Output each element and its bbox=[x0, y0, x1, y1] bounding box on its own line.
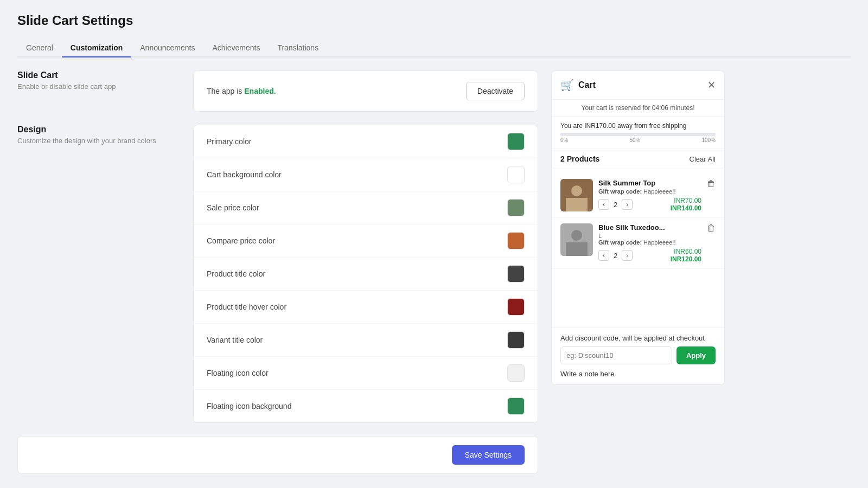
tab-achievements[interactable]: Achievements bbox=[203, 39, 269, 57]
svg-point-1 bbox=[571, 185, 582, 196]
tab-customization[interactable]: Customization bbox=[62, 39, 131, 57]
color-label-product-title-hover: Product title hover color bbox=[207, 303, 286, 311]
tab-announcements[interactable]: Announcements bbox=[131, 39, 203, 57]
item-details-item2: Blue Silk Tuxedoo... L Gift wrap code: H… bbox=[598, 223, 701, 263]
item-delete-item2[interactable]: 🗑 bbox=[707, 223, 716, 233]
color-swatch-compare-price[interactable] bbox=[507, 232, 525, 249]
discount-input[interactable] bbox=[560, 346, 672, 364]
qty-controls-item1: ‹ 2 › bbox=[598, 199, 633, 210]
cart-item-item2: Blue Silk Tuxedoo... L Gift wrap code: H… bbox=[552, 218, 724, 269]
item-total-price-item2: INR120.00 bbox=[671, 255, 701, 263]
slide-cart-section-title: Slide Cart bbox=[17, 70, 180, 80]
products-count: 2 Products bbox=[560, 155, 599, 163]
discount-label: Add discount code, will be applied at ch… bbox=[560, 334, 716, 342]
svg-point-4 bbox=[571, 230, 582, 241]
color-label-cart-background: Cart background color bbox=[207, 170, 282, 179]
item-image-item2 bbox=[560, 223, 593, 256]
cart-footer: Add discount code, will be applied at ch… bbox=[552, 327, 724, 384]
color-swatch-sale-price[interactable] bbox=[507, 199, 525, 216]
shipping-banner: You are INR170.00 away from free shippin… bbox=[552, 117, 724, 149]
cart-icon: 🛒 bbox=[560, 79, 574, 92]
color-swatch-cart-background[interactable] bbox=[507, 166, 525, 183]
apply-button[interactable]: Apply bbox=[676, 346, 716, 364]
qty-increase-item1[interactable]: › bbox=[622, 199, 633, 210]
design-section-title: Design bbox=[17, 125, 180, 134]
cart-title-group: 🛒 Cart bbox=[560, 79, 596, 92]
color-row-floating-icon: Floating icon color bbox=[194, 357, 538, 390]
item-prices-item2: INR60.00 INR120.00 bbox=[671, 248, 701, 263]
svg-rect-2 bbox=[566, 198, 588, 211]
color-row-cart-background: Cart background color bbox=[194, 158, 538, 191]
shipping-text: You are INR170.00 away from free shippin… bbox=[560, 122, 716, 130]
shipping-progress-bar bbox=[560, 133, 716, 136]
slide-cart-section: Slide Cart Enable or disable slide cart … bbox=[17, 70, 538, 112]
cart-products-header: 2 Products Clear All bbox=[552, 149, 724, 169]
color-row-product-title-hover: Product title hover color bbox=[194, 291, 538, 324]
qty-value-item2: 2 bbox=[614, 252, 617, 260]
settings-panel: Slide Cart Enable or disable slide cart … bbox=[17, 70, 538, 474]
clear-all-button[interactable]: Clear All bbox=[690, 155, 716, 163]
color-swatch-primary[interactable] bbox=[507, 133, 525, 150]
design-section-info: Design Customize the design with your br… bbox=[17, 125, 180, 423]
item-gift-item1: Gift wrap code: Happieeee!! bbox=[598, 188, 701, 195]
color-settings-card: Primary color Cart background color Sale… bbox=[193, 125, 538, 423]
color-swatch-floating-icon[interactable] bbox=[507, 364, 525, 382]
slide-cart-section-desc: Enable or disable slide cart app bbox=[17, 82, 180, 91]
item-total-price-item1: INR140.00 bbox=[671, 204, 701, 212]
status-prefix: The app is bbox=[207, 87, 244, 95]
color-label-sale-price: Sale price color bbox=[207, 203, 259, 212]
design-section-desc: Customize the design with your brand col… bbox=[17, 137, 180, 145]
color-swatch-floating-icon-bg[interactable] bbox=[507, 397, 525, 415]
status-enabled-value: Enabled. bbox=[244, 87, 276, 95]
content-area: Slide Cart Enable or disable slide cart … bbox=[17, 70, 851, 474]
label-50pct: 50% bbox=[629, 137, 640, 143]
item-unit-price-item1: INR70.00 bbox=[671, 197, 701, 204]
cart-header: 🛒 Cart ✕ bbox=[552, 71, 724, 100]
color-label-primary: Primary color bbox=[207, 137, 251, 146]
svg-rect-5 bbox=[566, 242, 588, 256]
tabs-bar: General Customization Announcements Achi… bbox=[17, 39, 851, 57]
cart-item-item1: Silk Summer Top Gift wrap code: Happieee… bbox=[552, 174, 724, 218]
item-name-item2: Blue Silk Tuxedoo... bbox=[598, 223, 701, 232]
color-row-primary: Primary color bbox=[194, 125, 538, 158]
slide-cart-section-info: Slide Cart Enable or disable slide cart … bbox=[17, 70, 180, 112]
item-image-item1 bbox=[560, 179, 593, 211]
tab-translations[interactable]: Translations bbox=[269, 39, 327, 57]
item-gift-item2: Gift wrap code: Happieeee!! bbox=[598, 239, 701, 246]
color-swatch-product-title-hover[interactable] bbox=[507, 298, 525, 316]
color-label-floating-icon-bg: Floating icon background bbox=[207, 402, 291, 410]
app-status-text: The app is Enabled. bbox=[207, 87, 276, 95]
item-delete-item1[interactable]: 🗑 bbox=[707, 179, 716, 189]
color-label-product-title: Product title color bbox=[207, 269, 265, 278]
label-0pct: 0% bbox=[560, 137, 568, 143]
shipping-labels: 0% 50% 100% bbox=[560, 137, 716, 143]
color-row-variant-title: Variant title color bbox=[194, 324, 538, 357]
item-variant-item2: L bbox=[598, 233, 701, 239]
note-label: Write a note here bbox=[560, 370, 716, 378]
color-label-variant-title: Variant title color bbox=[207, 336, 263, 344]
item-prices-item1: INR70.00 INR140.00 bbox=[671, 197, 701, 212]
item-details-item1: Silk Summer Top Gift wrap code: Happieee… bbox=[598, 179, 701, 212]
close-icon[interactable]: ✕ bbox=[707, 79, 716, 91]
save-settings-bar: Save Settings bbox=[17, 436, 538, 474]
discount-row: Apply bbox=[560, 346, 716, 364]
qty-increase-item2[interactable]: › bbox=[622, 250, 633, 261]
tab-general[interactable]: General bbox=[17, 39, 62, 57]
qty-decrease-item2[interactable]: ‹ bbox=[598, 250, 609, 261]
qty-value-item1: 2 bbox=[614, 201, 617, 209]
item-name-item1: Silk Summer Top bbox=[598, 179, 701, 187]
color-swatch-product-title[interactable] bbox=[507, 265, 525, 282]
deactivate-button[interactable]: Deactivate bbox=[466, 82, 525, 100]
qty-decrease-item1[interactable]: ‹ bbox=[598, 199, 609, 210]
cart-timer: Your cart is reserved for 04:06 minutes! bbox=[552, 100, 724, 117]
cart-title: Cart bbox=[578, 80, 596, 90]
item-qty-row-item1: ‹ 2 › INR70.00 INR140.00 bbox=[598, 197, 701, 212]
color-label-floating-icon: Floating icon color bbox=[207, 369, 269, 377]
color-swatch-variant-title[interactable] bbox=[507, 331, 525, 349]
item-unit-price-item2: INR60.00 bbox=[671, 248, 701, 255]
color-row-compare-price: Compare price color bbox=[194, 224, 538, 258]
color-row-floating-icon-bg: Floating icon background bbox=[194, 390, 538, 422]
color-label-compare-price: Compare price color bbox=[207, 236, 275, 245]
save-settings-button[interactable]: Save Settings bbox=[452, 445, 525, 465]
cart-panel: 🛒 Cart ✕ Your cart is reserved for 04:06… bbox=[551, 70, 725, 385]
